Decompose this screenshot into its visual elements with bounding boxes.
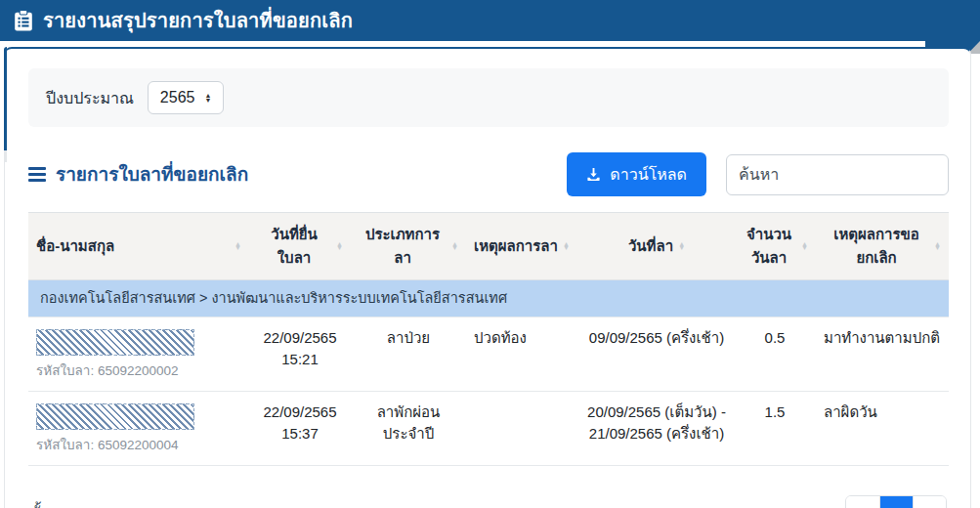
fiscal-year-filterbar: ปีงบประมาณ 2565 ▲▼ (28, 68, 949, 127)
submit-date-cell: 22/09/2565 15:21 (249, 318, 351, 392)
download-label: ดาวน์โหลด (610, 162, 687, 187)
fiscal-year-label: ปีงบประมาณ (46, 86, 134, 110)
leave-reason-cell (466, 391, 579, 465)
toolbar-actions: ดาวน์โหลด (567, 152, 949, 196)
col-header-leave-type[interactable]: ประเภทการลา ▲▼ (351, 213, 466, 280)
col-header-days[interactable]: จำนวนวันลา ▲▼ (734, 213, 816, 280)
cancel-reason-cell: มาทำงานตามปกติ (816, 318, 949, 392)
col-header-submit-date[interactable]: วันที่ยื่นใบลา ▲▼ (249, 213, 351, 280)
submit-date-cell: 22/09/2565 15:37 (249, 391, 351, 465)
section-title-wrap: รายการใบลาที่ขอยกเลิก (28, 159, 248, 196)
leave-code-value: 65092200004 (98, 438, 179, 452)
table-row[interactable]: รหัสใบลา: 65092200004 22/09/2565 15:37 ล… (28, 391, 949, 465)
leave-code-label: รหัสใบลา: (36, 438, 94, 452)
fiscal-year-value: 2565 (160, 89, 195, 106)
leave-code-label: รหัสใบลา: (36, 363, 94, 378)
sort-icon: ▲▼ (336, 242, 343, 251)
leave-date-cell: 20/09/2565 (เต็มวัน) - 21/09/2565 (ครึ่ง… (579, 391, 734, 465)
col-header-leave-date[interactable]: วันที่ลา ▲▼ (579, 213, 734, 280)
days-cell: 1.5 (734, 391, 816, 465)
report-card: ปีงบประมาณ 2565 ▲▼ รายการใบลาที่ขอยกเลิก… (4, 47, 971, 508)
sort-icon: ▲▼ (451, 242, 458, 251)
page-titlebar: รายงานสรุปรายการใบลาที่ขอยกเลิก (0, 0, 980, 41)
name-cell: รหัสใบลา: 65092200002 (28, 318, 249, 392)
clipboard-list-icon (14, 10, 33, 31)
col-header-leave-reason[interactable]: เหตุผลการลา ▲▼ (466, 213, 579, 280)
department-group-row: กองเทคโนโลยีสารสนเทศ > งานพัฒนาและบริหาร… (28, 280, 949, 318)
sort-icon: ▲▼ (234, 242, 241, 251)
select-updown-icon: ▲▼ (204, 93, 211, 103)
col-header-name[interactable]: ชื่อ-นามสกุล ▲▼ (28, 213, 249, 280)
name-cell: รหัสใบลา: 65092200004 (28, 391, 249, 465)
download-icon (586, 167, 601, 182)
pagination-next[interactable]: » (913, 496, 946, 508)
pagination: « 1 » (845, 495, 947, 508)
total-count: ทั้งหมด: 2 (30, 500, 95, 508)
leave-reason-cell: ปวดท้อง (466, 318, 579, 392)
redacted-name (36, 329, 194, 356)
pagination-prev[interactable]: « (846, 496, 879, 508)
redacted-name (36, 403, 194, 430)
days-cell: 0.5 (734, 318, 816, 392)
cancel-reason-cell: ลาผิดวัน (816, 391, 949, 465)
list-toolbar: รายการใบลาที่ขอยกเลิก ดาวน์โหลด (28, 152, 949, 196)
leave-cancel-table: ชื่อ-นามสกุล ▲▼ วันที่ยื่นใบลา ▲▼ ประเภท… (28, 212, 949, 466)
leave-type-cell: ลาป่วย (351, 318, 466, 392)
table-header-row: ชื่อ-นามสกุล ▲▼ วันที่ยื่นใบลา ▲▼ ประเภท… (28, 213, 949, 280)
page-title: รายงานสรุปรายการใบลาที่ขอยกเลิก (43, 5, 353, 36)
search-input[interactable] (726, 154, 949, 195)
leave-code-value: 65092200002 (98, 363, 179, 378)
col-header-cancel-reason[interactable]: เหตุผลการขอยกเลิก ▲▼ (816, 213, 949, 280)
table-footer: ทั้งหมด: 2 « 1 » (28, 491, 949, 508)
department-group-label: กองเทคโนโลยีสารสนเทศ > งานพัฒนาและบริหาร… (28, 280, 949, 318)
sort-icon: ▲▼ (678, 242, 685, 251)
leave-type-cell: ลาพักผ่อนประจำปี (351, 391, 466, 465)
pagination-page-1[interactable]: 1 (879, 496, 913, 508)
list-menu-icon (28, 167, 46, 182)
fiscal-year-select[interactable]: 2565 ▲▼ (148, 81, 225, 114)
download-button[interactable]: ดาวน์โหลด (567, 152, 706, 196)
sort-icon: ▲▼ (934, 242, 941, 251)
sort-icon: ▲▼ (563, 242, 570, 251)
sort-icon: ▲▼ (801, 242, 808, 251)
section-title: รายการใบลาที่ขอยกเลิก (56, 159, 248, 189)
table-row[interactable]: รหัสใบลา: 65092200002 22/09/2565 15:21 ล… (28, 318, 949, 392)
leave-date-cell: 09/09/2565 (ครึ่งเช้า) (579, 318, 734, 392)
